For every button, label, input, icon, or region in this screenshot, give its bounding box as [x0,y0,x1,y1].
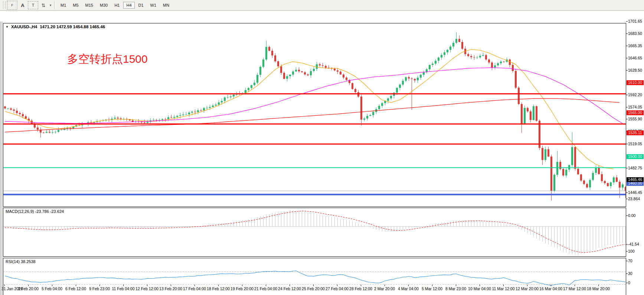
macd-chart [3,208,626,256]
toolbar-icon-group: FAT⇅▾ [7,1,52,10]
arrow-objects-icon[interactable]: ⇅ [40,1,47,9]
timeframe-button-MN[interactable]: MN [160,2,172,9]
chart-window: ▼ XAUUSD-,H4 1471.20 1472.59 1454.88 146… [0,11,644,295]
rsi-title: RSI(14) 38.2538 [6,259,36,264]
timeframe-button-M30[interactable]: M30 [97,2,111,9]
rsi-panel[interactable]: RSI(14) 38.2538 [3,258,626,295]
candlestick-chart [3,23,626,207]
timeframe-button-M1[interactable]: M1 [58,2,69,9]
toolbar-separator [54,1,55,9]
timeframe-button-W1[interactable]: W1 [147,2,160,9]
timeframe-button-M5[interactable]: M5 [70,2,81,9]
ohlc-values: 1471.20 1472.59 1454.88 1465.46 [40,25,105,29]
macd-histogram [5,210,626,255]
mt4-window: FAT⇅▾ M1M5M15M30H1H4D1W1MN ▼ XAUUSD-,H4 … [0,0,644,295]
horizontal-price-lines[interactable] [3,94,626,195]
timeframe-button-H4[interactable]: H4 [123,2,134,9]
rsi-line [5,271,625,286]
window-left-edge [0,22,3,295]
timeframe-button-D1[interactable]: D1 [135,2,147,9]
text-label-icon[interactable]: A [19,1,26,9]
timeframe-button-H1[interactable]: H1 [111,2,122,9]
text-box-icon[interactable]: T [28,1,38,9]
toolbar-grip[interactable] [3,1,6,9]
rsi-chart [3,258,626,295]
main-chart[interactable]: ▼ XAUUSD-,H4 1471.20 1472.59 1454.88 146… [3,23,626,207]
dropdown-caret-icon[interactable]: ▾ [49,1,52,9]
symbol-label: XAUUSD-,H4 [11,25,37,29]
timeframe-toolbar: M1M5M15M30H1H4D1W1MN [58,2,172,9]
ma-slow-red [5,98,620,132]
toolbar: FAT⇅▾ M1M5M15M30H1H4D1W1MN [0,0,644,11]
indicator-grid-icon[interactable]: F [7,1,17,10]
timeframe-button-M15[interactable]: M15 [82,2,96,9]
symbol-dropdown-icon[interactable]: ▼ [6,25,9,29]
macd-panel[interactable]: MACD(12,26,9) -23.786 -23.624 [3,208,626,257]
macd-title: MACD(12,26,9) -23.786 -23.624 [6,209,64,214]
chart-title: ▼ XAUUSD-,H4 1471.20 1472.59 1454.88 146… [6,25,105,29]
chart-annotation-text[interactable]: 多空转折点1500 [67,52,148,67]
macd-signal-line [5,211,625,253]
